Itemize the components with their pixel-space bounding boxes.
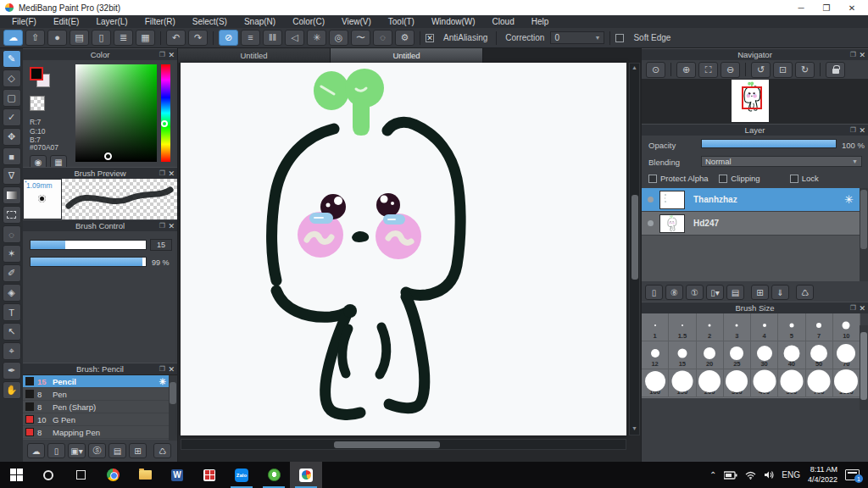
- battery-icon[interactable]: [724, 471, 737, 480]
- snap-ellipse-button[interactable]: ◌: [373, 30, 392, 46]
- brush-size-cell[interactable]: 70: [833, 341, 860, 369]
- duplicate-brush-button[interactable]: ⊞: [129, 443, 147, 458]
- layer-folder-button[interactable]: ▤: [726, 285, 744, 300]
- brush-size-cell[interactable]: 25: [724, 341, 751, 369]
- operation-tool[interactable]: ↖: [3, 323, 21, 341]
- layer-visibility-icon[interactable]: [648, 220, 654, 226]
- taskbar-zalo[interactable]: Zalo: [225, 462, 258, 488]
- clipping-checkbox[interactable]: [719, 175, 727, 183]
- brush-size-cell[interactable]: 12: [642, 341, 669, 369]
- menu-snap[interactable]: Snap(N): [236, 15, 284, 28]
- taskbar-word[interactable]: W: [161, 462, 193, 488]
- snap-off-button[interactable]: ⊘: [219, 30, 238, 46]
- brush-size-cell[interactable]: 5: [778, 313, 805, 341]
- taskbar-medibang[interactable]: [290, 462, 322, 488]
- menu-help[interactable]: Help: [523, 15, 558, 28]
- speaker-icon[interactable]: [764, 470, 774, 480]
- scrollbar-thumb[interactable]: [170, 382, 176, 404]
- reset-rotation-button[interactable]: ⊡: [773, 62, 793, 78]
- hue-handle[interactable]: [161, 120, 168, 127]
- div-eyedropper-tool[interactable]: ✒: [3, 362, 21, 380]
- menu-select[interactable]: Select(S): [184, 15, 236, 28]
- layer-settings-icon[interactable]: ✳: [844, 193, 854, 206]
- task-view-button[interactable]: [64, 462, 97, 488]
- delete-brush-button[interactable]: ♺: [153, 443, 171, 458]
- layer-list-scrollbar[interactable]: [860, 188, 868, 281]
- menu-window[interactable]: Window(W): [423, 15, 484, 28]
- brush-size-cell[interactable]: 2: [697, 313, 724, 341]
- brush-size-value[interactable]: 15: [150, 239, 172, 251]
- menu-cloud[interactable]: Cloud: [484, 15, 523, 28]
- scroll-down-icon[interactable]: ▼: [630, 425, 639, 434]
- brush-size-cell[interactable]: 3: [724, 313, 751, 341]
- brush-settings-icon[interactable]: ✳: [159, 377, 166, 386]
- lock-checkbox[interactable]: [790, 175, 798, 183]
- document-button[interactable]: ▯: [92, 30, 111, 46]
- taskbar-file-explorer[interactable]: [129, 462, 161, 488]
- popout-icon[interactable]: ❐: [850, 304, 856, 312]
- brush-folder-button[interactable]: ▤: [108, 443, 126, 458]
- close-button[interactable]: ✕: [839, 0, 865, 15]
- add-layer-menu-button[interactable]: ▯▾: [706, 285, 724, 300]
- layer-opacity-slider[interactable]: [701, 139, 837, 148]
- popout-icon[interactable]: ❐: [159, 169, 165, 177]
- menu-edit[interactable]: Edit(E): [45, 15, 88, 28]
- drawing-canvas[interactable]: [181, 63, 626, 435]
- popout-icon[interactable]: ❐: [159, 222, 165, 230]
- menu-filter[interactable]: Filter(R): [136, 15, 184, 28]
- tray-chevron-icon[interactable]: ⌃: [709, 470, 716, 480]
- snap-vanishing-button[interactable]: ◁: [285, 30, 304, 46]
- taskbar-chrome[interactable]: [97, 462, 129, 488]
- brush-size-slider[interactable]: [30, 240, 147, 250]
- layer-visibility-icon[interactable]: [648, 197, 654, 202]
- select-pen-tool[interactable]: ✐: [3, 264, 21, 282]
- brush-opacity-slider[interactable]: [30, 257, 147, 267]
- menu-color[interactable]: Color(C): [284, 15, 333, 28]
- brush-size-cell[interactable]: 15: [669, 341, 696, 369]
- layer-row-thanhzhaz[interactable]: Thanhzhaz ✳: [642, 188, 860, 212]
- close-icon[interactable]: ✕: [859, 304, 865, 313]
- brush-tool[interactable]: ✎: [3, 50, 21, 68]
- fit-screen-button[interactable]: ⛶: [698, 62, 718, 78]
- brush-row-gpen[interactable]: 10 G Pen: [23, 413, 170, 426]
- scroll-up-icon[interactable]: ▲: [630, 64, 639, 73]
- select-tool[interactable]: [3, 206, 21, 224]
- comment-button[interactable]: ●: [47, 30, 67, 46]
- merge-layer-button[interactable]: ⇓: [771, 285, 789, 300]
- fill-rect-tool[interactable]: ■: [3, 147, 21, 165]
- start-button[interactable]: [0, 462, 32, 488]
- select-eraser-tool[interactable]: ◈: [3, 284, 21, 302]
- brush-size-cell[interactable]: 50: [806, 341, 833, 369]
- move-tool[interactable]: ✥: [3, 128, 21, 146]
- add-brush-button[interactable]: ▯: [47, 443, 65, 458]
- brush-size-cell[interactable]: 400: [751, 369, 778, 397]
- brush-size-cell[interactable]: 1.5: [669, 313, 696, 341]
- bucket-tool[interactable]: ∇: [3, 167, 21, 185]
- grid-view-button[interactable]: ▦: [136, 30, 155, 46]
- snap-settings-button[interactable]: ⚙: [395, 30, 415, 46]
- lasso-tool[interactable]: ◌: [3, 225, 21, 243]
- brush-size-cell[interactable]: 150: [669, 369, 696, 397]
- soft-edge-checkbox[interactable]: [615, 34, 624, 42]
- transparent-color-swatch[interactable]: [30, 96, 45, 111]
- brush-size-cell[interactable]: 10: [833, 313, 860, 341]
- brush-size-cell[interactable]: 700: [806, 369, 833, 397]
- action-center-button[interactable]: 1: [845, 469, 860, 480]
- popout-icon[interactable]: ❐: [850, 51, 856, 58]
- menu-layer[interactable]: Layer(L): [87, 15, 136, 28]
- hand-tool[interactable]: ✋: [3, 381, 21, 399]
- foreground-color-swatch[interactable]: [30, 67, 43, 80]
- blending-dropdown[interactable]: Normal ▼: [701, 156, 862, 167]
- add-layer-button[interactable]: ▯: [645, 285, 663, 300]
- brush-size-cell[interactable]: 20: [697, 341, 724, 369]
- taskbar-clock[interactable]: 8:11 AM 4/4/2022: [808, 465, 837, 485]
- layer-row-hd247[interactable]: Hd247: [642, 212, 860, 236]
- flip-lock-button[interactable]: [826, 62, 845, 78]
- eyedropper-tool[interactable]: ⌖: [3, 342, 21, 360]
- minimize-button[interactable]: ─: [788, 0, 814, 15]
- saturation-value-picker[interactable]: [75, 64, 157, 162]
- cortana-button[interactable]: [32, 462, 64, 488]
- restore-button[interactable]: ❐: [814, 0, 839, 15]
- gradient-tool[interactable]: [3, 186, 21, 204]
- zoom-out-button[interactable]: ⊖: [721, 62, 740, 78]
